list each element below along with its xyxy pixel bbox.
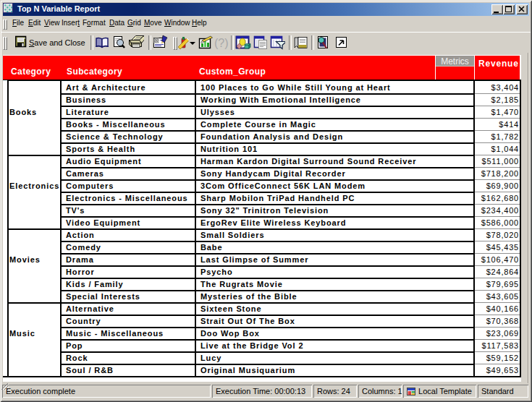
svg-text:(?): (?) bbox=[214, 37, 229, 49]
